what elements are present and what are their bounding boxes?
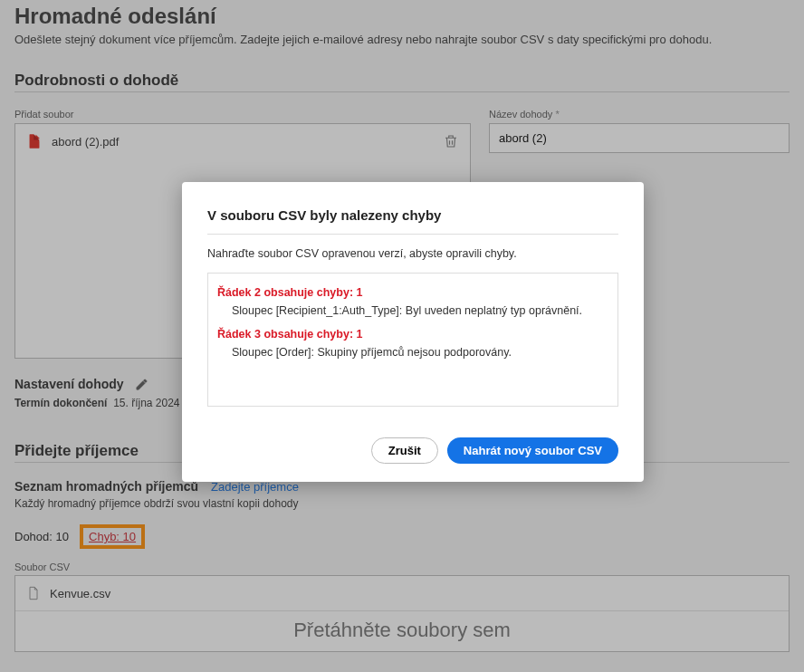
modal-overlay: V souboru CSV byly nalezeny chyby Nahraď… — [0, 0, 804, 672]
error-heading: Řádek 2 obsahuje chyby: 1 — [217, 286, 608, 299]
modal-subtitle: Nahraďte soubor CSV opravenou verzí, aby… — [207, 247, 618, 260]
error-detail: Sloupec [Order]: Skupiny příjemců nejsou… — [232, 346, 608, 359]
error-detail: Sloupec [Recipient_1:Auth_Type]: Byl uve… — [232, 304, 608, 317]
upload-new-csv-button[interactable]: Nahrát nový soubor CSV — [447, 437, 618, 464]
error-modal: V souboru CSV byly nalezeny chyby Nahraď… — [182, 182, 644, 482]
cancel-button[interactable]: Zrušit — [371, 437, 438, 464]
error-heading: Řádek 3 obsahuje chyby: 1 — [217, 328, 608, 341]
error-list[interactable]: Řádek 2 obsahuje chyby: 1 Sloupec [Recip… — [207, 273, 618, 407]
modal-title: V souboru CSV byly nalezeny chyby — [207, 207, 618, 235]
